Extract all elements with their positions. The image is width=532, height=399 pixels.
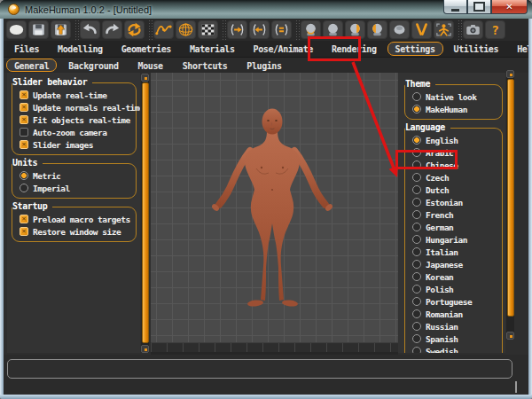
subtab-plugins[interactable]: Plugins xyxy=(239,59,289,72)
tab-utilities[interactable]: Utilities xyxy=(446,42,507,56)
wireframe-globe-icon[interactable] xyxy=(176,20,196,39)
checkbox-auto-zoom-camera[interactable]: Auto-zoom camera xyxy=(15,126,134,138)
subtab-mouse[interactable]: Mouse xyxy=(130,59,171,72)
save-icon[interactable] xyxy=(28,20,49,39)
maximize-button[interactable] xyxy=(467,0,491,14)
radio-swedish[interactable]: Swedish xyxy=(408,345,500,353)
radio-icon xyxy=(20,171,28,180)
tab-pose-animate[interactable]: Pose/Animate xyxy=(246,42,321,56)
radio-polish[interactable]: Polish xyxy=(408,283,500,295)
radio-hungarian[interactable]: Hungarian xyxy=(408,233,500,246)
symmetry-right-icon[interactable] xyxy=(227,20,247,39)
radio-spanish[interactable]: Spanish xyxy=(408,332,500,345)
radio-makehuman[interactable]: MakeHuman xyxy=(408,103,500,115)
tab-files[interactable]: Files xyxy=(6,42,47,56)
slider-curve-icon[interactable] xyxy=(153,20,174,39)
checkbox-update-real-time[interactable]: Update real-time xyxy=(15,89,134,101)
radio-metric[interactable]: Metric xyxy=(15,169,134,182)
settings-left-panel: Slider behavior Update real-timeUpdate n… xyxy=(7,73,140,353)
tab-materials[interactable]: Materials xyxy=(182,42,243,56)
radio-icon xyxy=(412,272,421,281)
scroll-up-button[interactable] xyxy=(506,70,514,78)
symmetry-lock-icon[interactable] xyxy=(271,20,292,39)
radio-imperial[interactable]: Imperial xyxy=(15,182,134,194)
left-panel-scrollbar[interactable] xyxy=(141,74,149,353)
scroll-down-button[interactable] xyxy=(506,332,514,340)
checkbox-slider-images[interactable]: Slider images xyxy=(15,138,134,151)
group-title: Theme xyxy=(405,79,435,89)
checkbox-icon xyxy=(20,227,28,236)
symmetry-left-icon[interactable] xyxy=(249,20,270,39)
top-view-icon[interactable] xyxy=(389,20,410,39)
3d-viewport[interactable] xyxy=(151,73,398,355)
radio-icon xyxy=(412,185,421,194)
front-view-icon[interactable] xyxy=(301,20,321,39)
left-view-icon[interactable] xyxy=(367,20,387,39)
radio-icon xyxy=(412,223,421,231)
radio-estonian[interactable]: Estonian xyxy=(408,196,500,208)
checkbox-icon xyxy=(20,140,28,149)
radio-german[interactable]: German xyxy=(408,221,500,233)
menu-tab-bar: FilesModellingGeometriesMaterialsPose/An… xyxy=(4,41,528,57)
radio-icon xyxy=(412,160,421,169)
checkbox-icon xyxy=(20,115,28,124)
group-title: Startup xyxy=(12,201,52,211)
subtab-general[interactable]: General xyxy=(6,59,57,72)
reset-pose-icon[interactable] xyxy=(434,20,454,39)
close-button[interactable] xyxy=(491,0,528,14)
radio-portuguese[interactable]: Portuguese xyxy=(408,295,500,308)
checkbox-update-normals-real-time[interactable]: Update normals real-time xyxy=(15,101,134,113)
radio-russian[interactable]: Russian xyxy=(408,320,500,332)
tab-settings[interactable]: Settings xyxy=(387,42,443,56)
load-icon[interactable] xyxy=(51,20,71,39)
text-cursor xyxy=(515,381,517,393)
subtab-shortcuts[interactable]: Shortcuts xyxy=(175,59,236,72)
scrollbar-thumb[interactable] xyxy=(507,79,514,317)
radio-icon xyxy=(412,92,421,101)
command-input[interactable] xyxy=(7,359,512,379)
checkbox-restore-window-size[interactable]: Restore window size xyxy=(15,225,134,238)
radio-english[interactable]: English xyxy=(408,134,500,146)
redo-icon[interactable] xyxy=(102,20,122,39)
radio-icon xyxy=(412,285,421,293)
subtab-background[interactable]: Background xyxy=(60,59,126,72)
tab-modelling[interactable]: Modelling xyxy=(50,42,111,56)
checkbox-fit-objects-real-time[interactable]: Fit objects real-time xyxy=(15,113,134,126)
scroll-up-button[interactable] xyxy=(141,74,149,82)
scroll-down-button[interactable] xyxy=(141,345,149,353)
radio-native-look[interactable]: Native look xyxy=(408,90,500,103)
feet-view-icon[interactable] xyxy=(411,20,432,39)
checkbox-preload-macro-targets[interactable]: Preload macro targets xyxy=(15,213,134,225)
minimize-button[interactable] xyxy=(443,0,467,14)
radio-french[interactable]: French xyxy=(408,208,500,221)
right-panel-scrollbar[interactable] xyxy=(506,70,514,340)
back-view-icon[interactable] xyxy=(323,20,343,39)
tab-rendering[interactable]: Rendering xyxy=(324,42,385,56)
sub-tab-bar: GeneralBackgroundMouseShortcutsPlugins xyxy=(4,57,528,73)
radio-italian[interactable]: Italian xyxy=(408,246,500,258)
group-startup: Startup Preload macro targetsRestore win… xyxy=(12,207,137,242)
radio-romanian[interactable]: Romanian xyxy=(408,308,500,320)
radio-icon xyxy=(412,334,421,343)
radio-czech[interactable]: Czech xyxy=(408,171,500,184)
window-border-left xyxy=(0,19,4,399)
radio-japanese[interactable]: Japanese xyxy=(408,258,500,270)
radio-chinese[interactable]: Chinese xyxy=(408,159,500,171)
radio-icon xyxy=(412,210,421,219)
radio-dutch[interactable]: Dutch xyxy=(408,184,500,196)
background-checker-icon[interactable] xyxy=(198,20,218,39)
tab-geometries[interactable]: Geometries xyxy=(113,42,179,56)
grab-screen-icon[interactable] xyxy=(463,20,483,39)
scrollbar-thumb[interactable] xyxy=(142,82,149,343)
undo-icon[interactable] xyxy=(80,20,100,39)
help-icon[interactable] xyxy=(485,20,505,39)
radio-korean[interactable]: Korean xyxy=(408,270,500,283)
new-file-icon[interactable] xyxy=(6,20,27,39)
reload-icon[interactable] xyxy=(124,20,145,39)
group-slider-behavior: Slider behavior Update real-timeUpdate n… xyxy=(12,82,137,155)
viewport-bottom-strip[interactable] xyxy=(151,342,398,352)
radio-arabic[interactable]: Arabic xyxy=(408,146,500,159)
title-bar[interactable]: MakeHuman 1.0.2 - [Untitled] xyxy=(0,0,532,19)
radio-icon xyxy=(412,347,421,353)
right-view-icon[interactable] xyxy=(345,20,365,39)
